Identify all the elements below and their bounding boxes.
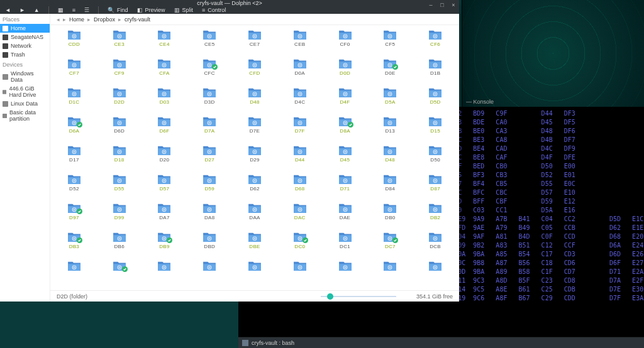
folder-item[interactable]	[187, 260, 232, 286]
folder-item[interactable]: D20	[142, 144, 187, 171]
view-details-button[interactable]: ☰	[84, 7, 89, 13]
folder-item[interactable]: D5A	[367, 87, 413, 113]
folder-item[interactable]	[52, 260, 97, 286]
folder-item[interactable]: D8A	[323, 116, 368, 142]
folder-item[interactable]: D87	[413, 173, 458, 200]
folder-item[interactable]: CF7	[52, 58, 97, 84]
folder-item[interactable]: DA7	[142, 202, 187, 229]
sidebar-device[interactable]: 446.6 GiB Hard Drive	[0, 84, 50, 99]
folder-item[interactable]: CE4	[142, 29, 187, 55]
sidebar-place-home[interactable]: Home	[0, 24, 50, 33]
folder-item[interactable]: D48	[232, 87, 277, 113]
close-button[interactable]: ×	[450, 2, 457, 8]
forward-button[interactable]: ►	[19, 7, 25, 13]
up-button[interactable]: ▲	[34, 7, 40, 13]
view-compact-button[interactable]: ≡	[72, 7, 75, 13]
folder-item[interactable]: DAC	[277, 202, 323, 229]
folder-item[interactable]: D45	[323, 144, 368, 171]
folder-item[interactable]: D6F	[142, 116, 187, 142]
folder-item[interactable]: DA8	[187, 202, 232, 229]
folder-item[interactable]: CE5	[187, 29, 232, 55]
folder-item[interactable]: D3D	[187, 87, 232, 113]
folder-item[interactable]: D71	[323, 173, 368, 200]
folder-item[interactable]: D5D	[413, 87, 458, 113]
folder-item[interactable]: D44	[277, 144, 323, 171]
control-button[interactable]: ≡ Control	[202, 7, 226, 13]
split-button[interactable]: ▥ Split	[174, 7, 194, 13]
folder-item[interactable]	[323, 260, 368, 286]
folder-item[interactable]: D6A	[52, 116, 97, 142]
folder-item[interactable]: D55	[97, 173, 142, 200]
folder-item[interactable]: CF9	[97, 58, 142, 84]
folder-item[interactable]: DB9	[142, 231, 187, 258]
folder-item[interactable]	[142, 260, 187, 286]
folder-item[interactable]: DCB	[413, 231, 458, 258]
folder-item[interactable]: D18	[97, 144, 142, 171]
folder-item[interactable]: D57	[142, 173, 187, 200]
folder-item[interactable]: DAE	[323, 202, 368, 229]
folder-item[interactable]: D50	[413, 144, 458, 171]
folder-item[interactable]: D0A	[277, 58, 323, 84]
folder-item[interactable]: DB2	[413, 202, 458, 229]
sidebar-place-network[interactable]: Network	[0, 41, 50, 50]
folder-item[interactable]: D03	[142, 87, 187, 113]
folder-item[interactable]: D7F	[277, 116, 323, 142]
folder-item[interactable]: CF5	[367, 29, 413, 55]
zoom-slider-thumb[interactable]	[327, 293, 333, 300]
folder-item[interactable]: DBD	[187, 231, 232, 258]
folder-item[interactable]: D48	[367, 144, 413, 171]
breadcrumb[interactable]: ◂▸Home▸Dropbox▸cryfs-vault	[50, 14, 459, 25]
folder-item[interactable]: D0D	[323, 58, 368, 84]
folder-item[interactable]: D13	[367, 116, 413, 142]
folder-item[interactable]: D7E	[232, 116, 277, 142]
folder-item[interactable]	[232, 260, 277, 286]
folder-item[interactable]: DB0	[367, 202, 413, 229]
folder-item[interactable]: D4C	[277, 87, 323, 113]
folder-item[interactable]: CF0	[323, 29, 368, 55]
minimize-button[interactable]: –	[428, 2, 434, 8]
folder-item[interactable]: D62	[232, 173, 277, 200]
folder-item[interactable]	[97, 260, 142, 286]
folder-item[interactable]: CF6	[413, 29, 458, 55]
view-icons-button[interactable]: ▦	[58, 7, 64, 13]
folder-item[interactable]: D84	[367, 173, 413, 200]
folder-item[interactable]: DB6	[97, 231, 142, 258]
breadcrumb-segment[interactable]: Home	[69, 16, 84, 23]
folder-item[interactable]	[413, 260, 458, 286]
folder-item[interactable]: D29	[232, 144, 277, 171]
folder-item[interactable]: D68	[277, 173, 323, 200]
folder-item[interactable]: CFC	[187, 58, 232, 84]
breadcrumb-segment[interactable]: cryfs-vault	[125, 16, 150, 23]
folder-item[interactable]: CE3	[97, 29, 142, 55]
folder-item[interactable]: CEB	[277, 29, 323, 55]
folder-item[interactable]: DC0	[277, 231, 323, 258]
sidebar-device[interactable]: Basic data partition	[0, 108, 50, 123]
preview-button[interactable]: ◧ Preview	[137, 7, 165, 13]
folder-item[interactable]: D59	[187, 173, 232, 200]
sidebar-device[interactable]: Windows Data	[0, 69, 50, 84]
titlebar[interactable]: cryfs-vault — Dolphin <2> – □ ×	[0, 0, 459, 6]
folder-item[interactable]: D52	[52, 173, 97, 200]
folder-item[interactable]: D97	[52, 202, 97, 229]
folder-item[interactable]: D99	[97, 202, 142, 229]
folder-item[interactable]: D6D	[97, 116, 142, 142]
folder-item[interactable]: D2D	[97, 87, 142, 113]
file-view[interactable]: CDDCE3CE4CE5CE7CEBCF0CF5CF6CF7CF9CFACFCC…	[50, 25, 459, 290]
folder-item[interactable]: D15	[413, 116, 458, 142]
folder-item[interactable]: CDD	[52, 29, 97, 55]
folder-item[interactable]: D1C	[52, 87, 97, 113]
folder-item[interactable]: D4F	[323, 87, 368, 113]
sidebar-place-seagatenas[interactable]: SeagateNAS	[0, 33, 50, 41]
folder-item[interactable]	[277, 260, 323, 286]
folder-item[interactable]: D1B	[413, 58, 458, 84]
folder-item[interactable]: CFA	[142, 58, 187, 84]
terminal-taskbar[interactable]: cryfs-vault : bash	[238, 337, 644, 348]
back-button[interactable]: ◄	[5, 7, 11, 13]
find-button[interactable]: 🔍 Find	[108, 7, 128, 13]
folder-item[interactable]: DB3	[52, 231, 97, 258]
folder-item[interactable]: D27	[187, 144, 232, 171]
folder-item[interactable]: D7A	[187, 116, 232, 142]
folder-item[interactable]: D0E	[367, 58, 413, 84]
folder-item[interactable]: DAA	[232, 202, 277, 229]
breadcrumb-segment[interactable]: Dropbox	[94, 16, 115, 23]
